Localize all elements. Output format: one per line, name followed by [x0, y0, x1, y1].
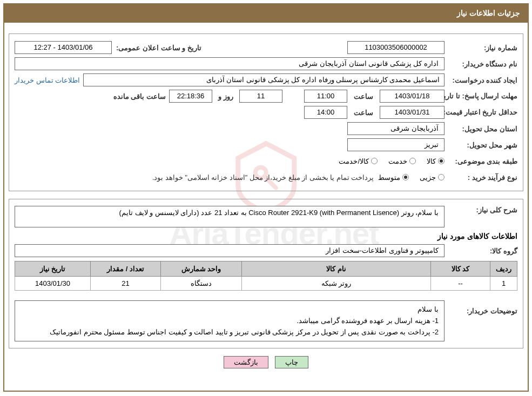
proc-type-label: نوع فرآیند خرید : [445, 173, 517, 182]
proc-note: پرداخت تمام یا بخشی از مبلغ خرید،از محل … [152, 173, 374, 182]
requester-value: اسماعیل محمدی کارشناس پرسنلی ورفاه اداره… [83, 73, 445, 86]
proc-type-radios: جزیی متوسط [378, 173, 445, 182]
group-value: کامپیوتر و فناوری اطلاعات-سخت افزار [15, 244, 445, 257]
valid-hour: 14:00 [304, 106, 347, 119]
classification-radios: کالا خدمت کالا/خدمت [339, 157, 445, 165]
panel-header: جزئیات اطلاعات نیاز [4, 4, 528, 23]
buttons-bar: چاپ بازگشت [9, 356, 523, 368]
city-value: تبریز [347, 138, 445, 151]
needs-panel: شرح کلی نیاز: با سلام، روتر Cisco Router… [9, 199, 523, 348]
col-code: کد کالا [431, 261, 490, 277]
announce-value: 1403/01/06 - 12:27 [15, 41, 112, 54]
col-qty: تعداد / مقدار [91, 261, 161, 277]
radio-mid[interactable] [402, 174, 409, 180]
col-unit: واحد شمارش [161, 261, 242, 277]
resp-deadline-label: مهلت ارسال پاسخ: تا تاریخ: [445, 92, 517, 101]
desc-label: شرح کلی نیاز: [445, 206, 517, 214]
need-no-label: شماره نیاز: [445, 44, 517, 52]
resp-date: 1403/01/18 [380, 90, 445, 103]
radio-goodservice[interactable] [371, 158, 378, 164]
city-label: شهر محل تحویل: [445, 141, 517, 149]
valid-date: 1403/01/31 [380, 106, 445, 119]
goods-title: اطلاعات کالاهای مورد نیاز [15, 232, 517, 240]
radio-service[interactable] [409, 158, 416, 164]
back-button[interactable]: بازگشت [224, 356, 268, 368]
days-value: 11 [239, 90, 282, 103]
need-no-value: 1103003506000002 [347, 41, 445, 54]
province-value: آذربایجان شرقی [347, 122, 445, 135]
buyer-value: اداره کل پزشکی قانونی استان آذربایجان شر… [15, 57, 445, 70]
resp-hour: 11:00 [304, 90, 347, 103]
desc-text: با سلام، روتر Cisco Router 2921-K9 (with… [15, 206, 445, 227]
panel-title: جزئیات اطلاعات نیاز [457, 9, 520, 17]
radio-partial[interactable] [438, 174, 445, 180]
valid-label: حداقل تاریخ اعتبار قیمت: تا تاریخ: [445, 108, 517, 117]
info-panel: شماره نیاز: 1103003506000002 تاریخ و ساع… [9, 33, 523, 191]
goods-table: ردیف کد کالا نام کالا واحد شمارش تعداد /… [15, 261, 517, 291]
requester-label: ایجاد کننده درخواست: [445, 76, 517, 84]
buyer-contact-link[interactable]: اطلاعات تماس خریدار [15, 76, 80, 84]
group-label: گروه کالا: [445, 247, 517, 255]
col-row: ردیف [490, 261, 517, 277]
class-label: طبقه بندی موضوعی: [445, 157, 517, 165]
radio-good[interactable] [438, 158, 445, 164]
main-frame: جزئیات اطلاعات نیاز شماره نیاز: 11030035… [3, 3, 529, 392]
hour-label-2: ساعت [347, 109, 380, 117]
table-row: 1 -- روتر شبکه دستگاه 21 1403/01/30 [15, 277, 517, 291]
days-and-label: روز و [212, 92, 239, 100]
buyer-notes-label: توضیحات خریدار: [445, 296, 517, 315]
col-date: تاریخ نیاز [15, 261, 91, 277]
buyer-label: نام دستگاه خریدار: [445, 60, 517, 68]
province-label: استان محل تحویل: [445, 125, 517, 133]
countdown-value: 22:18:36 [169, 90, 212, 103]
hour-label-1: ساعت [347, 92, 380, 100]
col-name: نام کالا [242, 261, 431, 277]
print-button[interactable]: چاپ [275, 356, 308, 368]
buyer-notes-box: با سلام 1- هزینه ارسال بر عهده فروشنده گ… [15, 300, 445, 341]
announce-label: تاریخ و ساعت اعلان عمومی: [116, 44, 201, 52]
countdown-label: ساعت باقی مانده [113, 92, 166, 100]
